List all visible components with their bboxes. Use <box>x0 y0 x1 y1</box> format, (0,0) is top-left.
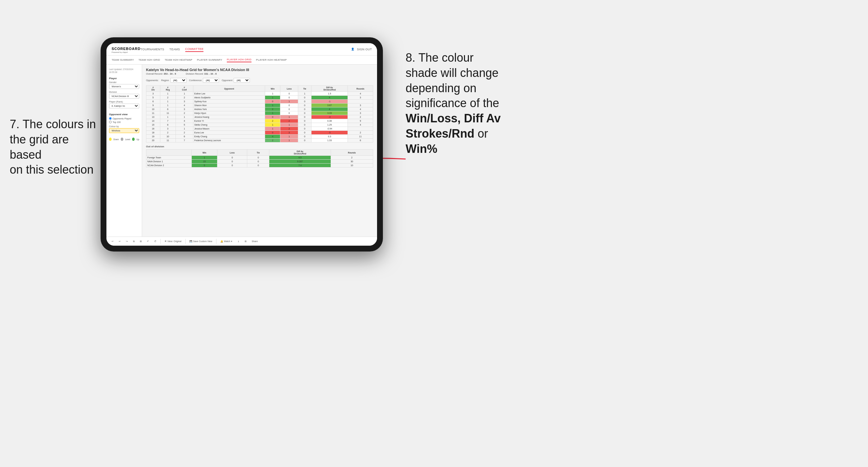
cell-opponent: Stella Cheng <box>193 123 265 127</box>
cell-conf: 6 <box>176 135 193 138</box>
cell-opponent: Andrea York <box>193 107 265 111</box>
col-diff-av: Diff AvStrokes/Rnd <box>311 86 348 92</box>
cell-rounds: 4 <box>348 92 373 96</box>
table-row: 14 7 4 Eunice Yi 2 2 0 0.38 9 <box>146 119 373 123</box>
table-row: 19 10 6 Emily Chang 4 1 0 0.3 11 <box>146 135 373 138</box>
cell-loss: 1 <box>280 138 298 143</box>
cell-diff: -3 <box>311 115 348 119</box>
cell-loss: 1 <box>280 135 298 138</box>
cell-opponent: Jessica Mason <box>193 127 265 131</box>
subnav-team-h2h-heatmap[interactable]: TEAM H2H HEATMAP <box>164 58 192 62</box>
cell-conf: 1 <box>176 115 193 119</box>
top-100-option[interactable]: Top 100 <box>109 121 139 123</box>
cell-rounds: 3 <box>348 103 373 107</box>
rank-select[interactable]: 8. Katelyn Vo <box>109 103 139 108</box>
out-cell-diff: 4.5 <box>269 156 331 160</box>
division-label: Division <box>109 91 139 93</box>
copy-button[interactable]: ⧉ <box>132 240 136 243</box>
subnav-player-h2h-grid[interactable]: PLAYER H2H GRID <box>227 57 251 62</box>
nav-items: TOURNAMENTS TEAMS COMMITTEE <box>141 47 351 52</box>
grid-button[interactable]: ⊞ <box>243 240 248 243</box>
view-original-button[interactable]: 👁 View: Original <box>163 240 183 243</box>
tablet-screen: SCOREBOARD Powered by clippd TOURNAMENTS… <box>106 43 377 246</box>
out-table-row: NCAA Division 2 5 0 0 7.4 10 <box>146 163 373 167</box>
nav-committee[interactable]: COMMITTEE <box>185 47 204 52</box>
redo-left-button[interactable]: ↩ <box>118 240 122 243</box>
conference-filter-select[interactable]: (All) <box>203 78 219 83</box>
share-button[interactable]: Share <box>250 240 259 243</box>
up-dot <box>132 137 135 141</box>
table-row: 18 2 2 Euna Lee 0 3 0 -5 2 <box>146 131 373 135</box>
opponent-filter-select[interactable]: (All) <box>234 78 250 83</box>
redo-right-button[interactable]: ↪ <box>125 240 129 243</box>
cell-div: 15 <box>146 123 160 127</box>
cell-div: 20 <box>146 138 160 143</box>
logo: SCOREBOARD Powered by clippd <box>112 45 141 53</box>
cell-win: 1 <box>265 127 280 131</box>
cell-win: 0 <box>265 115 280 119</box>
out-col-loss: Loss <box>217 150 247 156</box>
table-row: 13 1 1 Jessica Huang 0 1 0 -3 2 <box>146 115 373 119</box>
level-label: Level <box>125 138 130 141</box>
subnav-team-h2h-grid[interactable]: TEAM H2H GRID <box>138 58 160 62</box>
cell-div: 19 <box>146 135 160 138</box>
cell-tie: 0 <box>298 127 311 131</box>
cell-opponent: Emily Chang <box>193 135 265 138</box>
table-row: 10 6 3 Andrea York 2 0 0 4 4 <box>146 107 373 111</box>
save-custom-view-button[interactable]: 💾 Save Custom View <box>188 240 214 243</box>
subnav-team-summary[interactable]: TEAM SUMMARY <box>112 58 134 62</box>
out-cell-diff: 9.267 <box>269 160 331 163</box>
overall-record: Overall Record: 353 - 34 - 6 <box>146 72 176 75</box>
cell-win: 4 <box>265 135 280 138</box>
cell-diff: 4 <box>311 96 348 100</box>
cell-diff: 4 <box>311 107 348 111</box>
sidebar: Last Updated: 27/03/202416:55:38 Player … <box>106 65 142 237</box>
nav-tournaments[interactable]: TOURNAMENTS <box>141 47 164 52</box>
out-cell-loss: 0 <box>217 156 247 160</box>
region-filter-select[interactable]: (All) <box>170 78 187 83</box>
cell-win: 1 <box>265 92 280 96</box>
nav-teams[interactable]: TEAMS <box>169 47 180 52</box>
cell-loss: 0 <box>280 96 298 100</box>
table-row: 3 1 1 Esther Lee 1 0 1 1.5 4 <box>146 92 373 96</box>
undo-button[interactable]: ↩ <box>110 240 115 243</box>
opponents-played-option[interactable]: Opponents Played <box>109 117 139 120</box>
watch-icon: 🔔 <box>220 240 223 243</box>
out-cell-loss: 0 <box>217 163 247 167</box>
table-row: 9 1 4 Sharon Mun 1 0 0 3.67 3 <box>146 103 373 107</box>
sign-out-link[interactable]: Sign out <box>357 47 372 52</box>
undo2-button[interactable]: ↶ <box>146 240 150 243</box>
division-select[interactable]: NCAA Division III NCAA Division I NCAA D… <box>109 94 139 99</box>
cell-diff: 3.67 <box>311 103 348 107</box>
subnav-player-h2h-heatmap[interactable]: PLAYER H2H HEATMAP <box>256 58 287 62</box>
paste-button[interactable]: ⊞ <box>138 240 143 243</box>
cell-conf: 3 <box>176 100 193 103</box>
cell-opponent: Federica Domecq Lacroze <box>193 138 265 143</box>
out-col-diff: Diff AvStrokes/Rnd <box>269 150 331 156</box>
filter-conference-group: Conference (All) <box>189 78 219 83</box>
down-dot <box>109 137 112 141</box>
cell-diff: 1.5 <box>311 92 348 96</box>
table-row: 16 3 1 Jessica Mason 1 2 0 -0.94 <box>146 127 373 131</box>
watch-button[interactable]: 🔔 Watch ▾ <box>219 240 234 243</box>
cell-loss: 0 <box>280 107 298 111</box>
cell-win: 1 <box>265 103 280 107</box>
cell-tie: 0 <box>298 138 311 143</box>
cell-win: 0 <box>265 100 280 103</box>
cell-reg: 1 <box>160 115 176 119</box>
gender-select[interactable]: Women's Men's <box>109 84 139 89</box>
down-label: Down <box>114 138 119 141</box>
clock-button[interactable]: ⏱ <box>153 240 158 243</box>
colour-by-select[interactable]: Win/loss Diff Av Strokes/Rnd Win% <box>109 128 139 133</box>
cell-tie: 0 <box>298 111 311 115</box>
cell-reg: 8 <box>160 123 176 127</box>
cell-reg: 11 <box>160 111 176 115</box>
cell-opponent: Alexis Sudjianto <box>193 96 265 100</box>
cell-rounds: 11 <box>348 135 373 138</box>
col-tie: Tie <box>298 86 311 92</box>
subnav-player-summary[interactable]: PLAYER SUMMARY <box>197 58 222 62</box>
out-cell-win: 1 <box>192 156 217 160</box>
toolbar: ↩ ↩ ↪ ⧉ ⊞ ↶ ⏱ 👁 View: Original 💾 Save Cu… <box>106 237 377 246</box>
grid-table: #Div #Reg #Conf Opponent Win Loss Tie Di… <box>146 85 373 143</box>
export-button[interactable]: ⤓ <box>236 240 241 243</box>
